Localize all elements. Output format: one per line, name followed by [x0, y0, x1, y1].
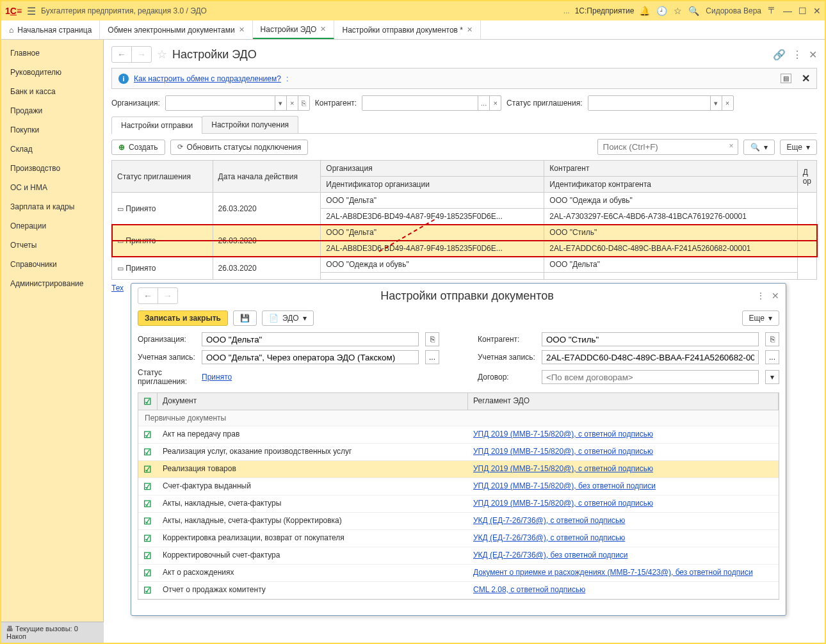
doc-row[interactable]: ☑Реализация товаровУПД 2019 (ММВ-7-15/82…	[138, 461, 779, 478]
ov-nav-back[interactable]: ←	[138, 288, 158, 303]
more-button[interactable]: Еще ▾	[780, 140, 817, 155]
reg-link[interactable]: УКД (ЕД-7-26/736@), с ответной подписью	[473, 533, 625, 542]
check-icon[interactable]: ☑	[143, 516, 152, 526]
check-icon[interactable]: ☑	[143, 481, 152, 492]
dropdown-icon[interactable]: ▾	[710, 96, 722, 110]
tab-edo-exchange[interactable]: Обмен электронными документами ✕	[100, 20, 252, 39]
sidebar-item[interactable]: Зарплата и кадры	[1, 197, 103, 216]
kebab-icon[interactable]: ⋮	[756, 291, 765, 301]
pick-icon[interactable]: ⎘	[765, 332, 779, 346]
link-icon[interactable]: 🔗	[773, 49, 786, 61]
sidebar-item[interactable]: Банк и касса	[1, 82, 103, 101]
ov-nav-forward[interactable]: →	[158, 288, 177, 303]
col-status[interactable]: Статус приглашения	[112, 161, 213, 193]
sidebar-item[interactable]: ОС и НМА	[1, 178, 103, 197]
search-input[interactable]	[602, 141, 729, 152]
favorite-icon[interactable]: ☆	[157, 47, 167, 61]
subtab-send[interactable]: Настройки отправки	[111, 117, 202, 134]
doc-row[interactable]: ☑Акт на передачу правУПД 2019 (ММВ-7-15/…	[138, 426, 779, 444]
col-date[interactable]: Дата начала действия	[213, 161, 321, 193]
subtab-receive[interactable]: Настройки получения	[202, 116, 298, 133]
ov-more-button[interactable]: Еще ▾	[742, 310, 779, 326]
col-contr-id[interactable]: Идентификатор контрагента	[544, 177, 797, 193]
search-icon[interactable]: 🔍	[688, 6, 699, 16]
kebab-icon[interactable]: ⋮	[792, 49, 802, 61]
edo-button[interactable]: 📄 ЭДО ▾	[262, 310, 314, 326]
tab-close-icon[interactable]: ✕	[239, 26, 245, 34]
dropdown-icon[interactable]: ▾	[765, 370, 779, 384]
close-icon[interactable]: ✕	[813, 6, 821, 16]
col-reg[interactable]: Регламент ЭДО	[468, 393, 779, 410]
pick-icon[interactable]: ⎘	[425, 332, 439, 346]
star-icon[interactable]: ☆	[674, 6, 682, 16]
menu-icon[interactable]: ☰	[27, 5, 36, 17]
doc-row[interactable]: ☑Акт о расхожденияхДокумент о приемке и …	[138, 565, 779, 582]
col-org-id[interactable]: Идентификатор организации	[321, 177, 544, 193]
sidebar-item[interactable]: Покупки	[1, 120, 103, 140]
more-icon[interactable]: ...	[765, 350, 779, 364]
reg-link[interactable]: УПД 2019 (ММВ-7-15/820@), с ответной под…	[473, 464, 653, 473]
reg-link[interactable]: УКД (ЕД-7-26/736@), с ответной подписью	[473, 516, 625, 525]
table-row[interactable]: ▭ Принято26.03.2020ООО "Дельта"ООО "Одеж…	[112, 193, 817, 209]
check-icon[interactable]: ☑	[143, 464, 152, 474]
ov-dog-input[interactable]	[542, 370, 759, 384]
ov-acc2-input[interactable]	[542, 350, 759, 364]
sidebar-item[interactable]: Производство	[1, 159, 103, 178]
check-icon[interactable]: ☑	[143, 447, 152, 457]
history-icon[interactable]: 🕘	[656, 6, 667, 16]
filter-org-input[interactable]	[166, 96, 275, 110]
sidebar-item[interactable]: Справочники	[1, 255, 103, 274]
user-name[interactable]: Сидорова Вера	[706, 6, 761, 15]
more-icon[interactable]: ...	[425, 350, 439, 364]
refresh-button[interactable]: ⟳Обновить статусы подключения	[170, 140, 309, 155]
tech-link[interactable]: Тех	[111, 280, 124, 296]
bell-icon[interactable]: 🔔	[639, 6, 650, 16]
filter-icon[interactable]: 〒	[768, 5, 777, 17]
filter-status-input[interactable]	[588, 96, 710, 110]
tab-close-icon[interactable]: ✕	[320, 25, 326, 33]
reg-link[interactable]: CML 2.08, с ответной подписью	[473, 585, 585, 594]
check-icon[interactable]: ☑	[143, 533, 152, 543]
clear-icon[interactable]: ×	[722, 96, 733, 110]
check-icon[interactable]: ☑	[143, 430, 152, 440]
clear-icon[interactable]: ×	[489, 96, 501, 110]
sidebar-item[interactable]: Продажи	[1, 101, 103, 120]
doc-row[interactable]: ☑Реализация услуг, оказание производстве…	[138, 444, 779, 461]
sidebar-item[interactable]: Склад	[1, 140, 103, 159]
doc-row[interactable]: ☑Акты, накладные, счета-фактурыУПД 2019 …	[138, 495, 779, 513]
clear-icon[interactable]: ×	[286, 96, 298, 110]
doc-row[interactable]: ☑Корректировка реализации, возврат от по…	[138, 530, 779, 547]
tab-home[interactable]: ⌂ Начальная страница	[1, 20, 100, 39]
tab-close-icon[interactable]: ✕	[467, 26, 473, 34]
nav-back[interactable]: ←	[112, 47, 132, 62]
doc-row[interactable]: ☑Акты, накладные, счета-фактуры (Коррект…	[138, 513, 779, 530]
reg-link[interactable]: УПД 2019 (ММВ-7-15/820@), с ответной под…	[473, 499, 653, 508]
col-org[interactable]: Организация	[321, 161, 544, 177]
pick-icon[interactable]: ⎘	[298, 96, 309, 110]
ov-contr-input[interactable]	[542, 332, 759, 346]
filter-contr-input[interactable]	[362, 96, 478, 110]
check-icon[interactable]: ☑	[143, 551, 152, 561]
nav-forward[interactable]: →	[132, 47, 151, 62]
reg-link[interactable]: УПД 2019 (ММВ-7-15/820@), без ответной п…	[473, 481, 656, 490]
col-doc[interactable]: Документ	[158, 393, 468, 410]
sidebar-item[interactable]: Администрирование	[1, 274, 103, 293]
info-close-icon[interactable]: ✕	[802, 72, 810, 85]
reg-link[interactable]: УПД 2019 (ММВ-7-15/820@), с ответной под…	[473, 430, 653, 439]
doc-icon[interactable]: ▤	[781, 74, 791, 83]
ov-acc-input[interactable]	[202, 350, 419, 364]
maximize-icon[interactable]: ☐	[798, 6, 807, 16]
col-contr[interactable]: Контрагент	[544, 161, 797, 177]
doc-row[interactable]: ☑Отчет о продажах комитентуCML 2.08, с о…	[138, 582, 779, 599]
ov-org-input[interactable]	[202, 332, 419, 346]
reg-link[interactable]: УПД 2019 (ММВ-7-15/820@), с ответной под…	[473, 447, 653, 456]
sidebar-item[interactable]: Операции	[1, 216, 103, 236]
close-page-icon[interactable]: ✕	[809, 49, 817, 61]
check-icon[interactable]: ☑	[143, 568, 152, 578]
sidebar-item[interactable]: Отчеты	[1, 236, 103, 255]
sidebar-item[interactable]: Руководителю	[1, 63, 103, 82]
save-close-button[interactable]: Записать и закрыть	[138, 310, 228, 326]
more-icon[interactable]: ...	[478, 96, 489, 110]
search-button[interactable]: 🔍▾	[743, 140, 775, 155]
col-check[interactable]: ☑	[138, 393, 158, 410]
